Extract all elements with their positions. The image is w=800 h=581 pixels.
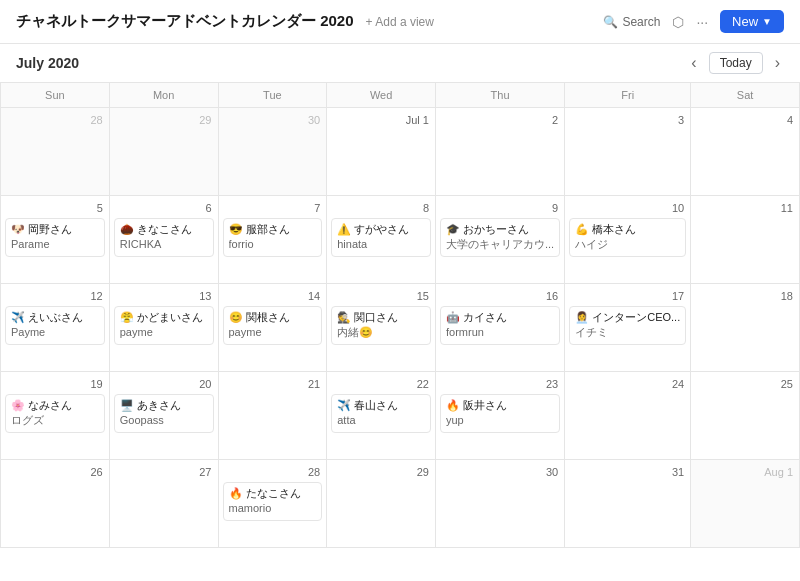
calendar-grid: SunMonTueWedThuFriSat282930Jul 12345🐶 岡野… [0,83,800,548]
day-cell[interactable]: 27 [110,460,219,548]
day-cell[interactable]: Aug 1 [691,460,800,548]
event-subtitle: atta [337,413,425,428]
day-cell[interactable]: 17👩‍💼 インターンCEO...イチミ [565,284,691,372]
event-name: 😎 服部さん [229,222,317,237]
day-cell[interactable]: 7😎 服部さんforrio [219,196,328,284]
event-subtitle: イチミ [575,325,680,340]
day-cell[interactable]: 31 [565,460,691,548]
day-header-fri: Fri [565,83,691,108]
event-subtitle: payme [229,325,317,340]
day-number: 2 [440,112,560,130]
new-button[interactable]: New ▼ [720,10,784,33]
day-cell[interactable]: 29 [327,460,436,548]
event-name: 👩‍💼 インターンCEO... [575,310,680,325]
event-card[interactable]: 🕵️ 関口さん内緒😊 [331,306,431,345]
day-cell[interactable]: 13😤 かどまいさんpayme [110,284,219,372]
day-cell[interactable]: 23🔥 阪井さんyup [436,372,565,460]
day-cell[interactable]: 3 [565,108,691,196]
event-subtitle: Parame [11,237,99,252]
event-subtitle: yup [446,413,554,428]
event-card[interactable]: 🖥️ あきさんGoopass [114,394,214,433]
event-card[interactable]: 🐶 岡野さんParame [5,218,105,257]
event-card[interactable]: 👩‍💼 インターンCEO...イチミ [569,306,686,345]
day-number: 13 [114,288,214,306]
day-cell[interactable]: 5🐶 岡野さんParame [1,196,110,284]
day-number: 21 [223,376,323,394]
event-card[interactable]: 🌰 きなこさんRICHKA [114,218,214,257]
day-cell[interactable]: 2 [436,108,565,196]
event-card[interactable]: ✈️ えいぶさんPayme [5,306,105,345]
day-cell[interactable]: 24 [565,372,691,460]
event-card[interactable]: 🔥 たなこさんmamorio [223,482,323,521]
event-name: 😊 関根さん [229,310,317,325]
day-number: 30 [440,464,560,482]
chevron-down-icon: ▼ [762,16,772,27]
day-cell[interactable]: 30 [436,460,565,548]
event-card[interactable]: 🔥 阪井さんyup [440,394,560,433]
day-cell[interactable]: 6🌰 きなこさんRICHKA [110,196,219,284]
share-icon[interactable]: ⬡ [672,14,684,30]
next-month-button[interactable]: › [771,52,784,74]
page-title: チャネルトークサマーアドベントカレンダー 2020 [16,12,354,31]
event-subtitle: payme [120,325,208,340]
day-cell[interactable]: 20🖥️ あきさんGoopass [110,372,219,460]
day-number: 23 [440,376,560,394]
day-number: 29 [331,464,431,482]
day-cell[interactable]: 19🌸 なみさんログズ [1,372,110,460]
day-cell[interactable]: 8⚠️ すがやさんhinata [327,196,436,284]
more-icon[interactable]: ··· [696,14,708,30]
event-subtitle: 内緒😊 [337,325,425,340]
day-number: 22 [331,376,431,394]
day-number: 24 [569,376,686,394]
event-card[interactable]: 💪 橋本さんハイジ [569,218,686,257]
day-cell[interactable]: 11 [691,196,800,284]
today-button[interactable]: Today [709,52,763,74]
event-subtitle: Goopass [120,413,208,428]
event-card[interactable]: ✈️ 春山さんatta [331,394,431,433]
event-card[interactable]: 🤖 カイさんformrun [440,306,560,345]
day-cell[interactable]: 30 [219,108,328,196]
day-cell[interactable]: 21 [219,372,328,460]
calendar-nav: July 2020 ‹ Today › [0,44,800,83]
day-number: 7 [223,200,323,218]
day-cell[interactable]: 9🎓 おかちーさん大学のキャリアカウ... [436,196,565,284]
event-name: 😤 かどまいさん [120,310,208,325]
event-name: 🎓 おかちーさん [446,222,554,237]
day-cell[interactable]: 12✈️ えいぶさんPayme [1,284,110,372]
day-cell[interactable]: 15🕵️ 関口さん内緒😊 [327,284,436,372]
event-card[interactable]: 🌸 なみさんログズ [5,394,105,433]
day-number: 28 [5,112,105,130]
event-name: 🐶 岡野さん [11,222,99,237]
event-card[interactable]: ⚠️ すがやさんhinata [331,218,431,257]
day-number: 5 [5,200,105,218]
day-cell[interactable]: 16🤖 カイさんformrun [436,284,565,372]
day-cell[interactable]: 29 [110,108,219,196]
day-cell[interactable]: 28 [1,108,110,196]
event-card[interactable]: 😊 関根さんpayme [223,306,323,345]
day-cell[interactable]: 4 [691,108,800,196]
event-card[interactable]: 😤 かどまいさんpayme [114,306,214,345]
event-card[interactable]: 🎓 おかちーさん大学のキャリアカウ... [440,218,560,257]
day-cell[interactable]: 25 [691,372,800,460]
day-number: 17 [569,288,686,306]
event-card[interactable]: 😎 服部さんforrio [223,218,323,257]
day-number: 14 [223,288,323,306]
day-cell[interactable]: 26 [1,460,110,548]
event-subtitle: ログズ [11,413,99,428]
day-cell[interactable]: 10💪 橋本さんハイジ [565,196,691,284]
search-button[interactable]: 🔍 Search [603,15,660,29]
day-number: 18 [695,288,795,306]
day-header-tue: Tue [219,83,328,108]
day-header-sat: Sat [691,83,800,108]
day-cell[interactable]: 18 [691,284,800,372]
day-number: 28 [223,464,323,482]
day-cell[interactable]: 14😊 関根さんpayme [219,284,328,372]
day-number: 20 [114,376,214,394]
day-cell[interactable]: 28🔥 たなこさんmamorio [219,460,328,548]
add-view-button[interactable]: + Add a view [366,15,434,29]
prev-month-button[interactable]: ‹ [687,52,700,74]
day-number: 11 [695,200,795,218]
day-cell[interactable]: 22✈️ 春山さんatta [327,372,436,460]
day-cell[interactable]: Jul 1 [327,108,436,196]
day-number: 25 [695,376,795,394]
